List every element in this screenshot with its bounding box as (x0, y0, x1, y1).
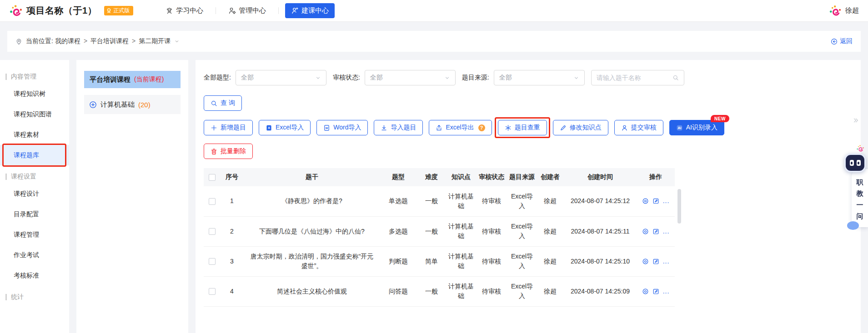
row-checkbox[interactable] (209, 198, 216, 205)
assistant-label-panel[interactable]: 职教一问 (852, 169, 868, 227)
breadcrumb-item-0[interactable]: 我的课程 (55, 37, 80, 45)
more-actions[interactable]: ... (663, 257, 670, 266)
nav-item-0[interactable]: 学习中心 (160, 3, 209, 18)
toolbar-button-7[interactable]: 提交审核 (614, 120, 663, 135)
table-body: 1《静夜思》的作者是?单选题一般计算机基础待审核Excel导入徐超2024-08… (204, 186, 675, 306)
filter-select-0[interactable]: 全部 (236, 70, 326, 85)
assistant-widget[interactable]: 职教一问 (841, 154, 868, 227)
created-time: 2024-08-07 14:25:09 (564, 276, 637, 306)
edit-icon[interactable] (652, 288, 659, 295)
row-checkbox[interactable] (209, 288, 216, 295)
sidebar-item-1-2[interactable]: 课程管理 (0, 224, 69, 245)
select-all-checkbox[interactable] (209, 174, 216, 181)
nav-divider (278, 7, 279, 14)
sidebar-section-title-2: 统计 (0, 293, 69, 301)
row-checkbox[interactable] (209, 228, 216, 235)
row-actions: ... (638, 257, 673, 266)
table-row-1: 2下面哪几位是《八仙过海》中的八仙?多选题一般计算机基础待审核Excel导入徐超… (204, 216, 675, 246)
help-badge[interactable]: ? (478, 124, 485, 131)
more-actions[interactable]: ... (663, 227, 670, 236)
sidebar-item-0-2[interactable]: 课程素材 (0, 124, 69, 145)
review-status: 待审核 (476, 186, 507, 216)
sidebar-item-0-1[interactable]: 课程知识图谱 (0, 104, 69, 124)
toolbar-button-label: Excel导出 (446, 124, 474, 132)
brand: 项目名称（于1） 正式版 (9, 4, 133, 18)
question-stem: 唐太宗时期，政治清明，国力强盛史称“开元盛世”。 (244, 246, 380, 276)
sidebar-item-0-0[interactable]: 课程知识树 (0, 84, 69, 104)
toolbar-button-8[interactable]: AiAI识别录入NEW (669, 120, 724, 135)
back-label: 返回 (840, 37, 853, 45)
row-checkbox[interactable] (209, 258, 216, 265)
view-icon[interactable] (642, 258, 649, 265)
filter-label: 审核状态: (333, 74, 360, 82)
search-input[interactable] (597, 74, 672, 81)
breadcrumb-item-1[interactable]: 平台培训课程 (90, 37, 129, 45)
sidebar-item-0-3[interactable]: 课程题库 (0, 145, 69, 165)
difficulty: 简单 (416, 246, 447, 276)
assistant-spark-icon (856, 144, 864, 153)
user-name: 徐超 (845, 6, 859, 15)
toolbar-button-label: 修改知识点 (570, 124, 602, 132)
toolbar-button-2[interactable]: wWord导入 (316, 120, 368, 135)
edit-icon[interactable] (652, 228, 659, 235)
edit-icon[interactable] (652, 198, 659, 204)
column-header-9: 操作 (637, 168, 675, 186)
review-status: 待审核 (476, 216, 507, 246)
filter-label: 全部题型: (204, 74, 231, 82)
query-button[interactable]: 查 询 (204, 95, 242, 111)
filter-select-1[interactable]: 全部 (365, 70, 456, 85)
toolbar-button-1[interactable]: XExcel导入 (259, 120, 311, 135)
nav-item-1[interactable]: 管理中心 (222, 3, 272, 18)
more-actions[interactable]: ... (663, 287, 670, 296)
toolbar-button-4[interactable]: Excel导出? (429, 120, 492, 135)
nav-item-label: 管理中心 (239, 6, 266, 15)
nav-item-2[interactable]: 建课中心 (285, 3, 335, 18)
filter-select-2[interactable]: 全部 (494, 70, 585, 85)
view-icon[interactable] (642, 288, 649, 295)
table-scrollbar[interactable] (677, 189, 681, 224)
table-row-2: 3唐太宗时期，政治清明，国力强盛史称“开元盛世”。判断题简单计算机基础待审核Ex… (204, 246, 675, 276)
sidebar-item-1-4[interactable]: 考核标准 (0, 265, 69, 286)
view-icon[interactable] (642, 198, 649, 204)
user-avatar (829, 5, 842, 17)
sidebar-item-1-3[interactable]: 作业考试 (0, 245, 69, 265)
svg-text:Ai: Ai (677, 126, 681, 130)
tree-node-item[interactable]: 计算机基础 (20) (84, 95, 181, 114)
chevron-down-icon (573, 75, 579, 81)
toolbar-button-6[interactable]: 修改知识点 (553, 120, 608, 135)
toolbar-button-5[interactable]: 题目查重 (498, 120, 547, 135)
difficulty: 一般 (416, 216, 447, 246)
row-no: 2 (220, 216, 244, 246)
creator: 徐超 (537, 276, 564, 306)
sidebar-item-1-0[interactable]: 课程设计 (0, 184, 69, 204)
search-icon[interactable] (672, 75, 679, 81)
toolbar-button-3[interactable]: 导入题目 (374, 120, 423, 135)
question-type: 问答题 (380, 276, 416, 306)
ops-cell: ... (637, 186, 675, 216)
review-status: 待审核 (476, 246, 507, 276)
chevron-down-icon[interactable] (174, 39, 180, 44)
svg-text:w: w (325, 126, 328, 129)
column-header-5: 审核状态 (476, 168, 507, 186)
back-button[interactable]: 返回 (831, 37, 853, 45)
user-box[interactable]: 徐超 (829, 5, 859, 17)
version-badge-label: 正式版 (113, 7, 130, 15)
collapse-chevrons-icon[interactable] (853, 117, 859, 124)
more-actions[interactable]: ... (663, 196, 670, 206)
breadcrumb-item-2[interactable]: 第二期开课 (139, 37, 171, 45)
edit-icon[interactable] (652, 258, 659, 265)
sidebar-item-1-1[interactable]: 目录配置 (0, 204, 69, 224)
svg-text:X: X (268, 126, 270, 130)
excel-file-icon: X (266, 124, 272, 131)
back-arrow-icon (831, 38, 838, 45)
batch-delete-label: 批量删除 (221, 147, 246, 155)
query-button-label: 查 询 (221, 99, 235, 107)
question-stem: 简述社会主义核心价值观 (244, 276, 380, 306)
toolbar-button-0[interactable]: 新增题目 (204, 120, 253, 135)
current-course-item[interactable]: 平台培训课程 (当前课程) (84, 71, 181, 88)
toolbar-button-label: 题目查重 (515, 124, 540, 132)
view-icon[interactable] (642, 228, 649, 235)
question-source: Excel导入 (507, 216, 537, 246)
robot-icon[interactable] (844, 154, 866, 172)
batch-delete-button[interactable]: 批量删除 (204, 144, 253, 159)
